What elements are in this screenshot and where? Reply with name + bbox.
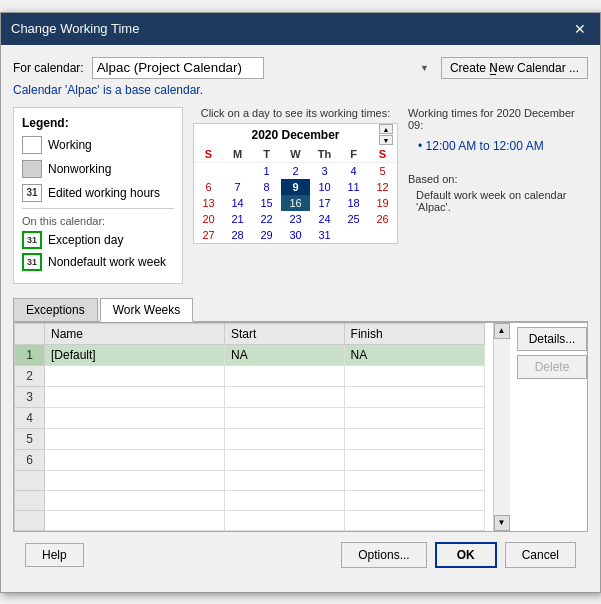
calendar-day-cell[interactable]: 2 [281,162,310,179]
tab-work-weeks[interactable]: Work Weeks [100,298,194,322]
cell-row-num: 6 [15,449,45,470]
table-row[interactable] [15,510,485,530]
nondefault-work-week-label: Nondefault work week [48,255,166,269]
legend-title: Legend: [22,116,174,130]
cancel-button[interactable]: Cancel [505,542,576,568]
calendar-day-cell[interactable]: 4 [339,162,368,179]
cell-name: [Default] [45,344,225,365]
based-on-detail: Default work week on calendar 'Alpac'. [416,189,588,213]
calendar-select-wrapper[interactable]: Alpac (Project Calendar) [92,57,433,79]
calendar-instruction: Click on a day to see its working times: [193,107,398,119]
table-row[interactable]: 3 [15,386,485,407]
calendar-day-cell[interactable]: 8 [252,179,281,195]
cell-finish [344,470,484,490]
delete-button[interactable]: Delete [517,355,587,379]
details-button[interactable]: Details... [517,327,587,351]
calendar-week-row: 20212223242526 [194,211,397,227]
calendar-selection-row: For calendar: Alpac (Project Calendar) C… [13,57,588,79]
base-calendar-text: Calendar 'Alpac' is a base calendar. [13,83,588,97]
working-color-box [22,136,42,154]
calendar-select[interactable]: Alpac (Project Calendar) [92,57,264,79]
calendar-day-cell[interactable]: 9 [281,179,310,195]
calendar-day-cell[interactable]: 31 [310,227,339,243]
calendar-day-cell[interactable]: 11 [339,179,368,195]
col-name: Name [45,323,225,344]
calendar-day-cell[interactable]: 19 [368,195,397,211]
legend-nonworking: Nonworking [22,160,174,178]
help-button[interactable]: Help [25,543,84,567]
calendar-day-cell [194,162,223,179]
calendar-day-cell[interactable]: 14 [223,195,252,211]
cell-finish [344,386,484,407]
cell-start [224,386,344,407]
calendar-day-cell[interactable]: 22 [252,211,281,227]
calendar-day-cell[interactable]: 29 [252,227,281,243]
calendar-day-cell[interactable]: 7 [223,179,252,195]
cell-name [45,510,225,530]
calendar-day-cell[interactable]: 18 [339,195,368,211]
calendar-day-cell[interactable]: 5 [368,162,397,179]
col-start: Start [224,323,344,344]
calendar-day-cell[interactable]: 15 [252,195,281,211]
legend-panel: Legend: Working Nonworking 31 Edited wor… [13,107,183,284]
cell-start [224,510,344,530]
scroll-up-button[interactable]: ▲ [494,323,510,339]
calendar-day-cell[interactable]: 12 [368,179,397,195]
cal-header-W: W [281,146,310,163]
calendar-down-button[interactable]: ▼ [379,135,393,145]
working-times-title: Working times for 2020 December 09: [408,107,588,131]
table-row[interactable]: 1[Default]NANA [15,344,485,365]
ok-button[interactable]: OK [435,542,497,568]
cell-finish [344,428,484,449]
calendar-week-row: 13141516171819 [194,195,397,211]
cell-row-num: 5 [15,428,45,449]
calendar-day-cell[interactable]: 24 [310,211,339,227]
calendar-day-cell[interactable]: 3 [310,162,339,179]
calendar-day-cell[interactable]: 10 [310,179,339,195]
cal-header-S2: S [368,146,397,163]
calendar-day-cell[interactable]: 20 [194,211,223,227]
calendar-day-cell[interactable]: 21 [223,211,252,227]
scroll-down-button[interactable]: ▼ [494,515,510,531]
calendar-day-cell[interactable]: 27 [194,227,223,243]
dialog-title: Change Working Time [11,21,139,36]
cal-header-S1: S [194,146,223,163]
calendar-day-cell[interactable]: 26 [368,211,397,227]
dialog-window: Change Working Time ✕ For calendar: Alpa… [0,12,601,593]
tab-exceptions[interactable]: Exceptions [13,298,98,321]
right-buttons: Options... OK Cancel [341,542,576,568]
calendar-day-cell[interactable]: 23 [281,211,310,227]
close-button[interactable]: ✕ [570,21,590,37]
table-row[interactable]: 6 [15,449,485,470]
create-new-calendar-button[interactable]: Create N̲ew Calendar ... [441,57,588,79]
table-row[interactable]: 2 [15,365,485,386]
legend-exception-day: 31 Exception day [22,231,174,249]
table-row[interactable]: 4 [15,407,485,428]
legend-working: Working [22,136,174,154]
calendar-day-cell[interactable]: 25 [339,211,368,227]
calendar-day-cell[interactable]: 13 [194,195,223,211]
dialog-body: For calendar: Alpac (Project Calendar) C… [1,45,600,592]
working-times-panel: Working times for 2020 December 09: 12:0… [408,107,588,284]
calendar-day-cell[interactable]: 30 [281,227,310,243]
cell-row-num [15,490,45,510]
col-finish: Finish [344,323,484,344]
options-button[interactable]: Options... [341,542,426,568]
table-row[interactable] [15,490,485,510]
calendar-day-cell[interactable]: 28 [223,227,252,243]
calendar-up-button[interactable]: ▲ [379,124,393,134]
calendar-day-cell[interactable]: 16 [281,195,310,211]
scroll-track[interactable] [494,339,510,515]
legend-edited: 31 Edited working hours [22,184,174,202]
cell-name [45,365,225,386]
calendar-day-cell[interactable]: 1 [252,162,281,179]
middle-section: Legend: Working Nonworking 31 Edited wor… [13,107,588,284]
cell-start: NA [224,344,344,365]
table-row[interactable] [15,470,485,490]
cell-finish [344,449,484,470]
calendar-day-cell[interactable]: 17 [310,195,339,211]
table-row[interactable]: 5 [15,428,485,449]
calendar-day-cell[interactable]: 6 [194,179,223,195]
cell-start [224,470,344,490]
working-label: Working [48,138,92,152]
